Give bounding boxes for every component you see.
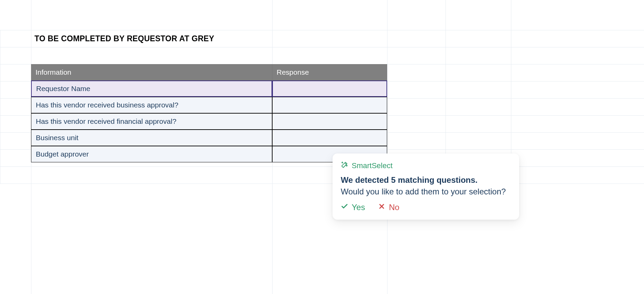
yes-button[interactable]: Yes [341,203,365,212]
table-row[interactable]: Has this vendor received business approv… [31,97,387,113]
smartselect-popup: SmartSelect We detected 5 matching quest… [333,153,519,220]
magic-wand-icon [341,161,348,171]
cell-response[interactable] [272,97,387,113]
sheet-title: TO BE COMPLETED BY REQUESTOR AT GREY [34,34,214,43]
table-row[interactable]: Requestor Name [31,80,387,97]
cell-information[interactable]: Has this vendor received business approv… [31,97,272,113]
no-button[interactable]: No [378,203,399,212]
table-row[interactable]: Has this vendor received financial appro… [31,113,387,130]
popup-brand-label: SmartSelect [352,161,393,170]
cell-response[interactable] [272,80,387,97]
popup-actions: Yes No [341,203,511,212]
popup-message-line-1: We detected 5 matching questions. [341,175,511,185]
questions-table: Information Response Requestor Name Has … [31,64,387,162]
column-header-information[interactable]: Information [31,64,272,80]
cell-information[interactable]: Requestor Name [31,80,272,97]
popup-message-line-2: Would you like to add them to your selec… [341,187,511,196]
form-table-region: TO BE COMPLETED BY REQUESTOR AT GREY Inf… [31,30,387,162]
cell-information[interactable]: Business unit [31,130,272,146]
table-row[interactable]: Business unit [31,130,387,146]
close-icon [378,203,385,212]
popup-header: SmartSelect [341,161,511,171]
spacer-row[interactable] [31,47,387,64]
check-icon [341,203,348,212]
cell-response[interactable] [272,130,387,146]
cell-information[interactable]: Has this vendor received financial appro… [31,113,272,130]
cell-information[interactable]: Budget approver [31,146,272,162]
sheet-title-row[interactable]: TO BE COMPLETED BY REQUESTOR AT GREY [31,30,387,47]
cell-response[interactable] [272,113,387,130]
yes-label: Yes [352,203,365,212]
no-label: No [389,203,399,212]
table-header-row: Information Response [31,64,387,80]
column-header-response[interactable]: Response [272,64,387,80]
